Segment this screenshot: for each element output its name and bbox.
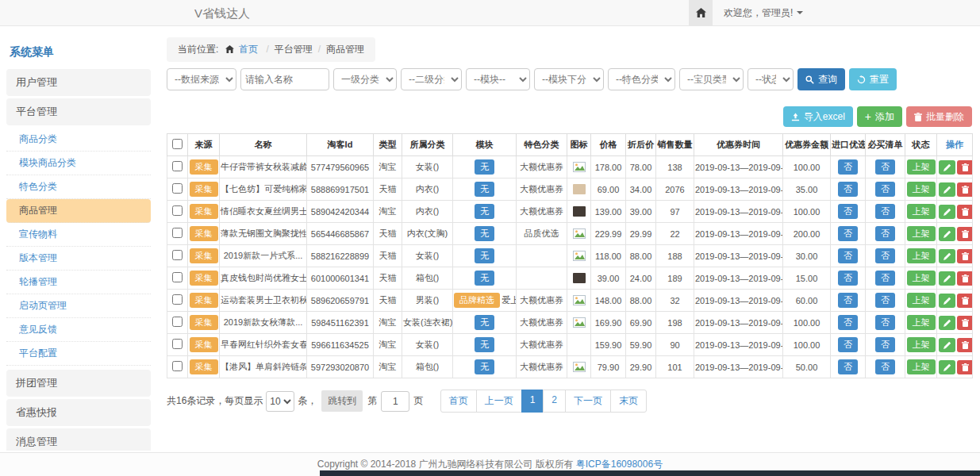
- status-badge[interactable]: 上架: [907, 226, 936, 241]
- filter-select-7[interactable]: --宝贝类型--: [679, 68, 744, 90]
- sidebar-item-1-6[interactable]: 轮播管理: [6, 271, 151, 294]
- delete-row-button[interactable]: [957, 205, 973, 219]
- select-all-checkbox[interactable]: [172, 139, 183, 149]
- pager-button-3[interactable]: 2: [543, 390, 566, 413]
- import-excel-button[interactable]: 导入excel: [783, 106, 853, 127]
- delete-row-button[interactable]: [957, 182, 973, 197]
- filter-select-8[interactable]: --状态--: [747, 68, 794, 90]
- filter-select-5[interactable]: --模块下分类--: [534, 68, 604, 90]
- must-buy-toggle-button[interactable]: 否: [875, 204, 895, 219]
- breadcrumb-home-link[interactable]: 首页: [239, 44, 258, 55]
- module-badge[interactable]: 无: [475, 271, 494, 286]
- row-checkbox[interactable]: [172, 183, 183, 194]
- filter-select-2[interactable]: 一级分类: [333, 68, 397, 90]
- pager-button-1[interactable]: 上一页: [476, 390, 522, 413]
- must-buy-toggle-button[interactable]: 否: [875, 182, 895, 197]
- filter-select-3[interactable]: --二级分类--: [401, 68, 462, 90]
- import-toggle-button[interactable]: 否: [838, 293, 858, 308]
- import-toggle-button[interactable]: 否: [838, 315, 858, 330]
- batch-delete-button[interactable]: 批量删除: [906, 106, 972, 127]
- page-number-input[interactable]: [381, 391, 409, 412]
- module-badge[interactable]: 无: [475, 159, 494, 175]
- row-checkbox[interactable]: [172, 250, 183, 260]
- module-badge[interactable]: 无: [475, 182, 494, 197]
- add-button[interactable]: + 添加: [857, 106, 902, 127]
- module-badge[interactable]: 无: [475, 359, 494, 374]
- must-buy-toggle-button[interactable]: 否: [875, 159, 895, 175]
- row-checkbox[interactable]: [172, 339, 183, 349]
- must-buy-toggle-button[interactable]: 否: [875, 293, 895, 308]
- sidebar-group-2[interactable]: 拼团管理: [6, 370, 151, 397]
- delete-row-button[interactable]: [957, 338, 973, 352]
- module-badge[interactable]: 无: [475, 248, 494, 263]
- sidebar-item-1-9[interactable]: 平台配置: [6, 342, 151, 366]
- status-badge[interactable]: 上架: [907, 248, 936, 263]
- name-search-input[interactable]: [240, 68, 329, 90]
- status-badge[interactable]: 上架: [907, 159, 936, 175]
- filter-select-6[interactable]: --特色分类--: [608, 68, 675, 90]
- edit-row-button[interactable]: [939, 271, 955, 286]
- delete-row-button[interactable]: [957, 249, 973, 263]
- row-checkbox[interactable]: [172, 161, 183, 171]
- reset-button[interactable]: 重置: [849, 68, 897, 90]
- sidebar-group-1[interactable]: 平台管理: [6, 98, 151, 125]
- sidebar-item-1-2[interactable]: 特色分类: [6, 175, 151, 199]
- must-buy-toggle-button[interactable]: 否: [875, 248, 895, 263]
- pager-button-2[interactable]: 1: [521, 390, 544, 413]
- jump-to-button[interactable]: 跳转到: [321, 390, 363, 412]
- pager-button-0[interactable]: 首页: [440, 390, 477, 413]
- module-badge[interactable]: 无: [475, 315, 494, 330]
- import-toggle-button[interactable]: 否: [838, 337, 858, 352]
- delete-row-button[interactable]: [957, 294, 973, 308]
- module-badge[interactable]: 无: [475, 337, 494, 352]
- edit-row-button[interactable]: [939, 205, 955, 219]
- sidebar-item-1-3[interactable]: 商品管理: [6, 199, 151, 223]
- edit-row-button[interactable]: [939, 182, 955, 197]
- sidebar-item-1-4[interactable]: 宣传物料: [6, 223, 151, 247]
- sidebar-item-1-7[interactable]: 启动页管理: [6, 294, 151, 318]
- import-toggle-button[interactable]: 否: [838, 226, 858, 241]
- filter-select-4[interactable]: --模块--: [466, 68, 530, 90]
- status-badge[interactable]: 上架: [907, 359, 936, 374]
- must-buy-toggle-button[interactable]: 否: [875, 271, 895, 286]
- edit-row-button[interactable]: [939, 160, 955, 175]
- must-buy-toggle-button[interactable]: 否: [875, 226, 895, 241]
- must-buy-toggle-button[interactable]: 否: [875, 315, 895, 330]
- module-badge[interactable]: 无: [475, 204, 494, 219]
- search-button[interactable]: 查询: [797, 68, 845, 90]
- delete-row-button[interactable]: [957, 360, 973, 374]
- status-badge[interactable]: 上架: [907, 271, 936, 286]
- filter-select-0[interactable]: --数据来源--: [167, 68, 236, 90]
- row-checkbox[interactable]: [172, 272, 183, 282]
- row-checkbox[interactable]: [172, 361, 183, 371]
- module-badge[interactable]: 无: [475, 226, 494, 241]
- sidebar-group-0[interactable]: 用户管理: [6, 69, 151, 96]
- delete-row-button[interactable]: [957, 271, 973, 286]
- per-page-select[interactable]: 10: [266, 391, 294, 412]
- import-toggle-button[interactable]: 否: [838, 204, 858, 219]
- sidebar-item-1-1[interactable]: 模块商品分类: [6, 152, 151, 175]
- import-toggle-button[interactable]: 否: [838, 182, 858, 197]
- row-checkbox[interactable]: [172, 228, 183, 238]
- home-icon[interactable]: [689, 0, 713, 25]
- must-buy-toggle-button[interactable]: 否: [875, 337, 895, 352]
- edit-row-button[interactable]: [939, 360, 955, 374]
- sidebar-group-3[interactable]: 省惠快报: [6, 399, 151, 426]
- import-toggle-button[interactable]: 否: [838, 359, 858, 374]
- user-menu[interactable]: 欢迎您，管理员!: [713, 6, 803, 20]
- must-buy-toggle-button[interactable]: 否: [875, 359, 895, 374]
- import-toggle-button[interactable]: 否: [838, 159, 858, 175]
- row-checkbox[interactable]: [172, 317, 183, 327]
- status-badge[interactable]: 上架: [907, 182, 936, 197]
- icp-link[interactable]: 粤ICP备16098006号: [576, 458, 663, 471]
- sidebar-item-1-0[interactable]: 商品分类: [6, 128, 151, 152]
- sidebar-item-1-5[interactable]: 版本管理: [6, 247, 151, 271]
- edit-row-button[interactable]: [939, 316, 955, 330]
- pager-button-4[interactable]: 下一页: [565, 390, 611, 413]
- delete-row-button[interactable]: [957, 160, 973, 175]
- module-badge[interactable]: 品牌精选: [454, 293, 500, 308]
- status-badge[interactable]: 上架: [907, 204, 936, 219]
- status-badge[interactable]: 上架: [907, 337, 936, 352]
- status-badge[interactable]: 上架: [907, 293, 936, 308]
- edit-row-button[interactable]: [939, 249, 955, 263]
